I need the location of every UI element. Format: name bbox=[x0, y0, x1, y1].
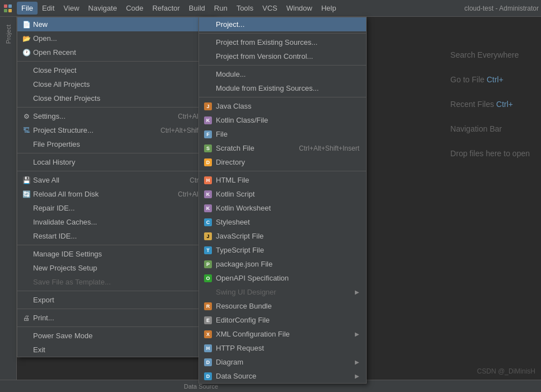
menu-item-reload[interactable]: 🔄 Reload All from Disk Ctrl+Alt+Y bbox=[17, 187, 215, 201]
submenu-item-data-source[interactable]: D Data Source ▶ bbox=[199, 369, 366, 383]
separator-2 bbox=[17, 107, 215, 108]
menu-vcs[interactable]: VCS bbox=[258, 2, 282, 15]
hint-nav-bar: Navigation Bar bbox=[450, 124, 530, 133]
structure-icon: 🏗 bbox=[22, 126, 31, 135]
java-icon: J bbox=[204, 102, 212, 111]
new-icon: 📄 bbox=[22, 20, 31, 29]
submenu-item-ts[interactable]: T TypeScript File bbox=[199, 243, 366, 257]
hint-search: Search Everywhere bbox=[450, 50, 530, 59]
menu-item-local-history[interactable]: Local History ▶ bbox=[17, 155, 215, 169]
menu-navigate[interactable]: Navigate bbox=[84, 2, 121, 15]
hint-drop-files: Drop files here to open bbox=[450, 149, 530, 158]
menubar: File Edit View Navigate Code Refactor Bu… bbox=[0, 0, 541, 17]
submenu-item-project-vcs[interactable]: Project from Version Control... bbox=[199, 49, 366, 63]
submenu-sep-1 bbox=[199, 33, 366, 34]
submenu-item-editorconfig[interactable]: E EditorConfig File bbox=[199, 313, 366, 327]
menu-item-print[interactable]: 🖨 Print... bbox=[17, 311, 215, 325]
menu-item-new[interactable]: 📄 New ▶ bbox=[17, 17, 215, 31]
submenu-item-diagram[interactable]: D Diagram ▶ bbox=[199, 355, 366, 369]
submenu-item-http-request[interactable]: H HTTP Request bbox=[199, 341, 366, 355]
submenu-item-project[interactable]: Project... bbox=[199, 17, 366, 31]
scratch-icon: S bbox=[204, 144, 212, 153]
diagram-icon: D bbox=[204, 358, 212, 367]
openapi-icon: O bbox=[204, 274, 212, 283]
menu-item-open[interactable]: 📂 Open... bbox=[17, 31, 215, 45]
recent-icon: 🕐 bbox=[22, 48, 31, 57]
file-icon: F bbox=[204, 130, 212, 139]
menu-item-close-project[interactable]: Close Project bbox=[17, 63, 215, 77]
separator-3 bbox=[17, 153, 215, 153]
js-icon: J bbox=[204, 232, 212, 241]
menu-item-exit[interactable]: Exit bbox=[17, 343, 215, 357]
menu-item-save-template: Save File as Template... bbox=[17, 275, 215, 289]
menu-item-open-recent[interactable]: 🕐 Open Recent ▶ bbox=[17, 45, 215, 59]
submenu-item-kotlin-worksheet[interactable]: K Kotlin Worksheet bbox=[199, 201, 366, 215]
submenu-item-package-json[interactable]: P package.json File bbox=[199, 257, 366, 271]
menu-edit[interactable]: Edit bbox=[38, 2, 59, 15]
sidebar-project-tab[interactable]: Project bbox=[2, 19, 15, 49]
html-icon: H bbox=[204, 176, 212, 185]
menu-code[interactable]: Code bbox=[122, 2, 148, 15]
menu-item-restart[interactable]: Restart IDE... bbox=[17, 229, 215, 243]
menu-file[interactable]: File bbox=[17, 2, 38, 15]
menu-tools[interactable]: Tools bbox=[232, 2, 258, 15]
hint-recent-files: Recent Files Ctrl+ bbox=[450, 100, 530, 109]
svg-rect-2 bbox=[4, 9, 7, 12]
menu-item-manage-ide[interactable]: Manage IDE Settings ▶ bbox=[17, 247, 215, 261]
menu-item-new-projects-setup[interactable]: New Projects Setup ▶ bbox=[17, 261, 215, 275]
submenu-item-swing: Swing UI Designer ▶ bbox=[199, 285, 366, 299]
menu-item-invalidate[interactable]: Invalidate Caches... bbox=[17, 215, 215, 229]
menu-window[interactable]: Window bbox=[282, 2, 317, 15]
reload-icon: 🔄 bbox=[22, 190, 31, 199]
submenu-sep-2 bbox=[199, 65, 366, 66]
menu-run[interactable]: Run bbox=[210, 2, 232, 15]
submenu-item-project-existing[interactable]: Project from Existing Sources... bbox=[199, 35, 366, 49]
menu-item-close-other[interactable]: Close Other Projects bbox=[17, 91, 215, 105]
submenu-item-module[interactable]: Module... bbox=[199, 67, 366, 81]
submenu-item-scratch[interactable]: S Scratch File Ctrl+Alt+Shift+Insert bbox=[199, 141, 366, 155]
submenu-item-html[interactable]: H HTML File bbox=[199, 173, 366, 187]
submenu-item-stylesheet[interactable]: C Stylesheet bbox=[199, 215, 366, 229]
data-source-icon: D bbox=[204, 372, 212, 381]
menu-item-file-properties[interactable]: File Properties ▶ bbox=[17, 137, 215, 151]
submenu-item-java-class[interactable]: J Java Class bbox=[199, 99, 366, 113]
menu-item-save-all[interactable]: 💾 Save All Ctrl+S bbox=[17, 173, 215, 187]
menu-item-power-save[interactable]: Power Save Mode bbox=[17, 329, 215, 343]
data-source-arrow: ▶ bbox=[355, 373, 359, 379]
submenu-item-kotlin-class[interactable]: K Kotlin Class/File bbox=[199, 113, 366, 127]
svg-rect-0 bbox=[4, 4, 7, 8]
submenu-item-module-existing[interactable]: Module from Existing Sources... bbox=[199, 81, 366, 95]
submenu-item-resource-bundle[interactable]: R Resource Bundle bbox=[199, 299, 366, 313]
menu-item-close-all[interactable]: Close All Projects bbox=[17, 77, 215, 91]
settings-icon: ⚙ bbox=[22, 112, 31, 121]
kotlin-script-icon: K bbox=[204, 190, 212, 199]
menu-refactor[interactable]: Refactor bbox=[148, 2, 184, 15]
diagram-arrow: ▶ bbox=[355, 359, 359, 365]
print-icon: 🖨 bbox=[22, 314, 31, 323]
svg-rect-1 bbox=[8, 4, 12, 8]
menu-item-settings[interactable]: ⚙ Settings... Ctrl+Alt+S bbox=[17, 109, 215, 123]
submenu-item-js[interactable]: J JavaScript File bbox=[199, 229, 366, 243]
menu-item-repair[interactable]: Repair IDE... bbox=[17, 201, 215, 215]
open-icon: 📂 bbox=[22, 34, 31, 43]
submenu-item-directory[interactable]: D Directory bbox=[199, 155, 366, 169]
svg-rect-3 bbox=[8, 9, 12, 12]
app-logo bbox=[2, 3, 13, 14]
submenu-item-kotlin-script[interactable]: K Kotlin Script bbox=[199, 187, 366, 201]
save-icon: 💾 bbox=[22, 176, 31, 185]
separator-6 bbox=[17, 291, 215, 291]
menu-help[interactable]: Help bbox=[317, 2, 341, 15]
submenu-item-openapi[interactable]: O OpenAPI Specification bbox=[199, 271, 366, 285]
submenu-item-xml-config[interactable]: X XML Configuration File ▶ bbox=[199, 327, 366, 341]
new-submenu: Project... Project from Existing Sources… bbox=[198, 17, 367, 384]
menu-item-export[interactable]: Export ▶ bbox=[17, 293, 215, 307]
menu-build[interactable]: Build bbox=[184, 2, 210, 15]
menu-view[interactable]: View bbox=[59, 2, 84, 15]
menu-item-project-structure[interactable]: 🏗 Project Structure... Ctrl+Alt+Shift+S bbox=[17, 123, 215, 137]
kotlin-icon: K bbox=[204, 116, 212, 125]
separator-7 bbox=[17, 309, 215, 309]
submenu-item-file[interactable]: F File bbox=[199, 127, 366, 141]
css-icon: C bbox=[204, 218, 212, 227]
separator-8 bbox=[17, 326, 215, 327]
separator-4 bbox=[17, 171, 215, 171]
